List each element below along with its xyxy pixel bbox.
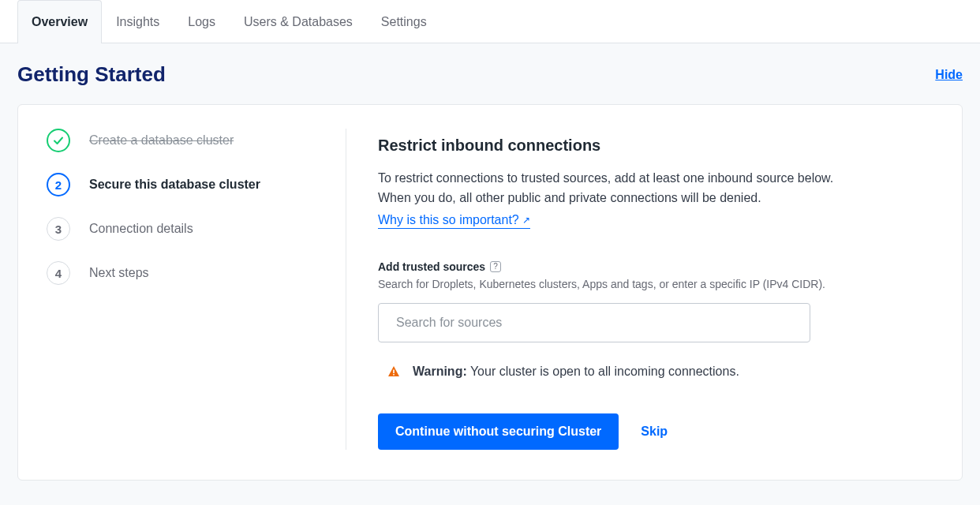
warning-icon	[387, 365, 400, 378]
check-icon	[47, 129, 70, 152]
svg-rect-0	[393, 369, 395, 373]
continue-button[interactable]: Continue without securing Cluster	[378, 413, 619, 450]
hide-link[interactable]: Hide	[935, 68, 963, 82]
warning-text: Warning: Your cluster is open to all inc…	[413, 365, 739, 379]
step-create-cluster[interactable]: Create a database cluster	[47, 129, 322, 152]
page-header: Getting Started Hide	[17, 62, 963, 87]
tab-logs[interactable]: Logs	[174, 0, 230, 43]
trusted-sources-group: Add trusted sources ? Search for Droplet…	[378, 260, 836, 342]
step-label: Connection details	[89, 222, 193, 236]
warning-message: Your cluster is open to all incoming con…	[467, 365, 739, 378]
help-icon[interactable]: ?	[490, 261, 501, 272]
tab-users-databases[interactable]: Users & Databases	[230, 0, 367, 43]
skip-button[interactable]: Skip	[641, 425, 668, 439]
tab-overview[interactable]: Overview	[17, 0, 102, 43]
step-label: Create a database cluster	[89, 133, 234, 148]
step-connection-details[interactable]: 3 Connection details	[47, 217, 322, 241]
warning-row: Warning: Your cluster is open to all inc…	[378, 365, 836, 379]
trusted-sources-help: Search for Droplets, Kubernetes clusters…	[378, 278, 836, 290]
content-body: To restrict connections to trusted sourc…	[378, 169, 836, 208]
step-label: Next steps	[89, 266, 149, 280]
step-secure-cluster[interactable]: 2 Secure this database cluster	[47, 173, 322, 196]
step-number-icon: 2	[47, 173, 70, 196]
step-number-icon: 4	[47, 261, 70, 285]
button-row: Continue without securing Cluster Skip	[378, 413, 836, 450]
trusted-sources-label: Add trusted sources	[378, 260, 485, 273]
warning-label: Warning:	[413, 365, 467, 378]
step-content: Restrict inbound connections To restrict…	[346, 129, 836, 450]
search-sources-input[interactable]	[378, 303, 810, 342]
page-title: Getting Started	[17, 62, 166, 87]
step-number-icon: 3	[47, 217, 70, 241]
why-important-link[interactable]: Why is this so important? ↗	[378, 213, 530, 229]
step-next-steps[interactable]: 4 Next steps	[47, 261, 322, 285]
tab-settings[interactable]: Settings	[367, 0, 441, 43]
tab-insights[interactable]: Insights	[102, 0, 174, 43]
svg-rect-1	[393, 374, 395, 376]
external-link-icon: ↗	[522, 215, 530, 226]
step-label: Secure this database cluster	[89, 178, 260, 192]
tabs-bar: Overview Insights Logs Users & Databases…	[0, 0, 980, 43]
content-title: Restrict inbound connections	[378, 137, 836, 155]
getting-started-card: Create a database cluster 2 Secure this …	[17, 104, 963, 481]
steps-sidebar: Create a database cluster 2 Secure this …	[47, 129, 346, 450]
link-text: Why is this so important?	[378, 213, 519, 227]
